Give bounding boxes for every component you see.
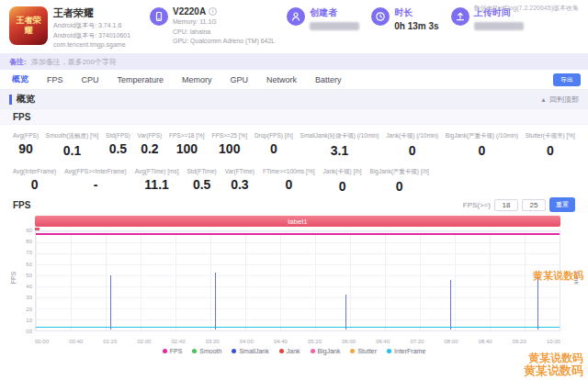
legend-dot (311, 349, 315, 353)
note-bar[interactable]: 备注: 添加备注，最多200个字符 (0, 53, 588, 70)
smalljank-spike (345, 295, 346, 330)
metric-value: 0 (386, 143, 438, 158)
tab-概览[interactable]: 概览 (12, 73, 28, 85)
legend-item-Jank[interactable]: Jank (279, 348, 300, 354)
metric-label: FPS>=18 [%] (169, 132, 205, 139)
duration-value: 0h 13m 3s (394, 21, 438, 31)
threshold-high-input[interactable] (522, 199, 546, 211)
app-info: 王者荣耀 王者荣耀 Android版本号: 3.74.1.6 Android版本… (9, 6, 138, 53)
creator-meta: 创建者 (310, 6, 359, 53)
legend-label: BigJank (318, 348, 341, 354)
metric-value: 0 (323, 179, 362, 194)
metric-cell: FPS>=25 [%]100 (211, 132, 247, 158)
metric-cell: Smooth(流畅度) [%]0.1 (46, 132, 98, 158)
metric-label: Var(FTime) (225, 168, 254, 174)
tab-CPU[interactable]: CPU (82, 75, 99, 84)
device-memory: Memory: 11.1G (173, 17, 275, 28)
scene-label-text: label1 (288, 218, 307, 226)
user-icon (287, 7, 305, 26)
y-axis-labels: 90807060504030201000 (17, 228, 32, 334)
tab-GPU[interactable]: GPU (231, 75, 249, 84)
y-tick-label: 70 (26, 250, 32, 255)
metric-cell: SmallJank(轻微卡顿) (/10min)3.1 (300, 132, 379, 158)
legend-label: InterFrame (394, 348, 425, 354)
y-tick-label: 90 (26, 228, 32, 233)
threshold-reset-button[interactable]: 重置 (549, 197, 575, 212)
legend-dot (350, 349, 355, 353)
upload-info: 上传时间 (451, 6, 524, 53)
metric-label: BigJank(严重卡顿) (/10min) (446, 132, 518, 140)
device-model: V2220A (173, 6, 206, 17)
tab-Memory[interactable]: Memory (182, 75, 212, 84)
metric-cell: FPS>=18 [%]100 (169, 132, 205, 158)
legend-item-Smooth[interactable]: Smooth (192, 348, 221, 354)
legend-dot (192, 349, 197, 353)
legend-item-InterFrame[interactable]: InterFrame (387, 348, 425, 354)
metric-label: Std(FTime) (187, 168, 217, 174)
fps-chart-title: FPS (13, 200, 30, 210)
x-tick-label: 09:20 (513, 339, 526, 344)
section-accent-bar (9, 95, 12, 105)
x-axis-labels: 00:0000:4001:2002:0002:4003:2004:0004:40… (35, 334, 560, 344)
scene-label-bar[interactable]: label1 (35, 216, 560, 227)
metric-cell: Avg(FPS>=InterFrame)- (64, 168, 126, 194)
y-tick-label: 60 (26, 262, 32, 267)
metric-value: 90 (13, 141, 39, 156)
threshold-label: FPS(>=) (463, 201, 491, 209)
y-tick-label: 20 (26, 307, 32, 312)
metric-cell: BigJank(严重卡顿) [/h]0 (370, 168, 429, 194)
tab-list: 概览FPSCPUTemperatureMemoryGPUNetworkBatte… (12, 73, 342, 85)
legend-item-SmallJank[interactable]: SmallJank (232, 348, 268, 354)
metrics-row-2: Avg(InterFrame)0Avg(FPS>=InterFrame)-Avg… (13, 168, 429, 194)
x-tick-label: 00:00 (35, 339, 49, 344)
metric-label: FPS>=25 [%] (211, 132, 247, 139)
duration-label: 时长 (394, 6, 438, 19)
device-gpu: GPU: Qualcomm Adreno (TM) 642L (173, 37, 275, 47)
tab-Network[interactable]: Network (266, 75, 297, 84)
tab-Battery[interactable]: Battery (315, 75, 342, 84)
metric-cell: BigJank(严重卡顿) (/10min)0 (446, 132, 518, 158)
metric-value: 11.1 (135, 177, 179, 192)
metric-label: Var(FPS) (138, 132, 163, 139)
metric-value: 100 (211, 141, 247, 156)
y-tick-label: 80 (26, 239, 32, 244)
legend-label: Jank (287, 348, 300, 354)
smalljank-spike (215, 273, 216, 330)
tab-FPS[interactable]: FPS (47, 75, 63, 84)
y-tick-label: 50 (26, 273, 32, 278)
metric-value: 0 (263, 177, 314, 192)
fps-panel-title: FPS (13, 112, 30, 122)
back-to-top-link[interactable]: ▲ 回到顶部 (540, 95, 579, 105)
x-tick-label: 04:40 (274, 339, 288, 344)
metrics-row-1: Avg(FPS)90Smooth(流畅度) [%]0.1Std(FPS)0.5V… (13, 132, 575, 158)
metric-cell: Jank(卡顿) (/10min)0 (386, 132, 438, 158)
y-tick-label: 40 (26, 284, 32, 289)
app-meta: 王者荣耀 Android版本号: 3.74.1.6 Android版本号: 37… (53, 6, 130, 53)
tab-Temperature[interactable]: Temperature (118, 75, 164, 84)
metric-cell: FTime>=100ms [%]0 (263, 168, 314, 194)
section-header: 概览 ▲ 回到顶部 (0, 90, 588, 108)
metric-cell: Stutter(卡顿率) [%]0 (526, 132, 575, 158)
fps-plot[interactable] (35, 230, 560, 331)
x-tick-label: 01:20 (103, 339, 117, 344)
legend-item-BigJank[interactable]: BigJank (311, 348, 341, 354)
upload-value-blurred (474, 22, 524, 30)
info-icon[interactable]: i (209, 7, 217, 16)
collector-version-note: 数据由PerfDog(7.2.220645)版本收集 (474, 4, 579, 13)
metric-cell: Avg(FPS)90 (13, 132, 39, 158)
y-tick-label: 30 (26, 295, 32, 300)
x-tick-label: 10:00 (547, 339, 560, 344)
export-button[interactable]: 导出 (553, 73, 581, 86)
legend-item-FPS[interactable]: FPS (163, 348, 183, 354)
app-version-line2: Android版本号: 374010601 (53, 31, 130, 41)
device-cpu: CPU: lahaina (173, 28, 275, 38)
creator-info: 创建者 (287, 6, 359, 53)
metric-cell: Var(FPS)0.2 (138, 132, 163, 158)
smalljank-spike (110, 275, 111, 330)
legend-item-Stutter[interactable]: Stutter (350, 348, 377, 354)
metric-value: - (64, 177, 126, 192)
legend-dot (279, 349, 284, 353)
threshold-low-input[interactable] (494, 199, 518, 211)
metric-value: 0 (446, 143, 518, 158)
upload-icon (451, 7, 469, 26)
